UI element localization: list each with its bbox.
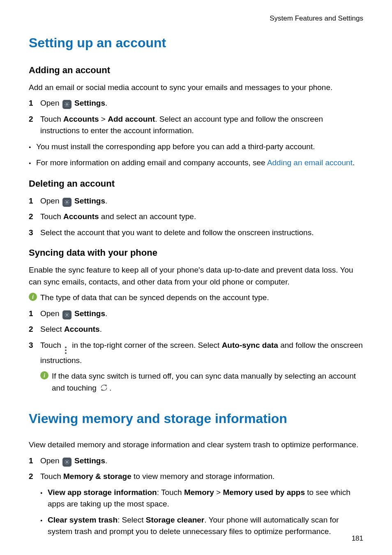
sync-icon bbox=[100, 384, 108, 392]
link-adding-email-account[interactable]: Adding an email account bbox=[267, 158, 353, 167]
text: . bbox=[105, 309, 107, 318]
step-number: 2 bbox=[29, 211, 40, 223]
deleting-account-steps: 1 Open Settings. 2 Touch Accounts and se… bbox=[29, 195, 363, 239]
memory-used-apps-label: Memory used by apps bbox=[223, 488, 305, 497]
svg-point-2 bbox=[66, 314, 68, 316]
subheading-syncing-data: Syncing data with your phone bbox=[29, 246, 363, 259]
settings-label: Settings bbox=[74, 309, 105, 318]
adding-account-notes: You must install the corresponding app b… bbox=[29, 141, 363, 169]
list-item: Clear system trash: Select Storage clean… bbox=[48, 514, 363, 538]
text: Select bbox=[40, 325, 64, 333]
text: Touch bbox=[40, 472, 63, 481]
text: > bbox=[99, 115, 108, 123]
subheading-deleting-account: Deleting an account bbox=[29, 177, 363, 190]
step-content: Select Accounts. bbox=[40, 324, 363, 335]
step-number: 1 bbox=[29, 455, 40, 467]
step-number: 3 bbox=[29, 340, 40, 352]
step-number: 1 bbox=[29, 97, 40, 109]
bullet-icon bbox=[40, 514, 48, 527]
breadcrumb: System Features and Settings bbox=[29, 13, 363, 24]
bullet-icon bbox=[29, 157, 36, 169]
settings-icon bbox=[62, 310, 71, 319]
step-content: Open Settings. bbox=[40, 195, 363, 207]
auto-sync-label: Auto-sync data bbox=[222, 341, 278, 349]
text: Open bbox=[40, 456, 62, 465]
settings-icon bbox=[62, 198, 71, 207]
step-number: 3 bbox=[29, 227, 40, 239]
info-icon: i bbox=[40, 371, 48, 379]
view-app-storage-label: View app storage information bbox=[48, 488, 157, 497]
step-content: Touch Memory & storage to view memory an… bbox=[40, 471, 363, 542]
step-content: Open Settings. bbox=[40, 455, 363, 467]
text: . bbox=[105, 99, 107, 107]
text: . bbox=[109, 384, 111, 392]
step-content: Touch Accounts and select an account typ… bbox=[40, 211, 363, 223]
step-content: Touch in the top-right corner of the scr… bbox=[40, 340, 363, 398]
info-icon: i bbox=[29, 293, 37, 301]
step-content: Open Settings. bbox=[40, 97, 363, 109]
settings-icon bbox=[62, 100, 71, 109]
svg-point-0 bbox=[66, 104, 68, 105]
text: . bbox=[105, 456, 107, 465]
svg-point-1 bbox=[66, 201, 68, 203]
adding-account-steps: 1 Open Settings. 2 Touch Accounts > Add … bbox=[29, 97, 363, 137]
page-number: 181 bbox=[352, 533, 363, 544]
section-title-viewing-memory: Viewing memory and storage information bbox=[29, 409, 363, 428]
adding-account-intro: Add an email or social media account to … bbox=[29, 82, 363, 94]
memory-intro: View detailed memory and storage informa… bbox=[29, 439, 363, 451]
accounts-label: Accounts bbox=[64, 325, 100, 333]
list-item: You must install the corresponding app b… bbox=[36, 141, 363, 153]
text: Touch bbox=[40, 212, 63, 221]
step-content: Select the account that you want to dele… bbox=[40, 227, 363, 239]
accounts-label: Accounts bbox=[63, 115, 99, 123]
text: If the data sync switch is turned off, y… bbox=[52, 372, 356, 392]
section-title-setting-up-account: Setting up an account bbox=[29, 33, 363, 53]
text: Touch bbox=[40, 115, 63, 123]
text: For more information on adding email and… bbox=[36, 158, 267, 167]
step-number: 2 bbox=[29, 113, 40, 125]
text: . bbox=[353, 158, 355, 167]
accounts-label: Accounts bbox=[63, 212, 99, 221]
info-note: i If the data sync switch is turned off,… bbox=[40, 370, 363, 394]
memory-label: Memory bbox=[184, 488, 214, 497]
step-number: 2 bbox=[29, 471, 40, 483]
text: . bbox=[100, 325, 102, 333]
text: : Select bbox=[118, 516, 146, 524]
settings-label: Settings bbox=[74, 99, 105, 107]
syncing-intro: Enable the sync feature to keep all of y… bbox=[29, 264, 363, 288]
subheading-adding-account: Adding an account bbox=[29, 63, 363, 77]
text: . bbox=[105, 197, 107, 205]
text: in the top-right corner of the screen. S… bbox=[70, 341, 222, 349]
more-menu-icon bbox=[65, 347, 67, 355]
bullet-icon bbox=[29, 141, 36, 153]
memory-steps: 1 Open Settings. 2 Touch Memory & storag… bbox=[29, 455, 363, 542]
text: > bbox=[214, 488, 223, 497]
text: and select an account type. bbox=[99, 212, 196, 221]
step-number: 2 bbox=[29, 324, 40, 335]
step-number: 1 bbox=[29, 195, 40, 207]
storage-cleaner-label: Storage cleaner bbox=[146, 516, 205, 524]
step-content: Open Settings. bbox=[40, 308, 363, 320]
text: Open bbox=[40, 99, 62, 107]
list-item: View app storage information: Touch Memo… bbox=[48, 487, 363, 510]
list-item: For more information on adding email and… bbox=[36, 157, 363, 169]
text: : Touch bbox=[157, 488, 184, 497]
step-content: Touch Accounts > Add account. Select an … bbox=[40, 113, 363, 137]
step-number: 1 bbox=[29, 308, 40, 320]
clear-system-trash-label: Clear system trash bbox=[48, 516, 118, 524]
syncing-steps: 1 Open Settings. 2 Select Accounts. 3 To… bbox=[29, 308, 363, 398]
add-account-label: Add account bbox=[108, 115, 155, 123]
memory-substeps: View app storage information: Touch Memo… bbox=[40, 487, 363, 538]
settings-label: Settings bbox=[74, 456, 105, 465]
text: Open bbox=[40, 309, 62, 318]
memory-storage-label: Memory & storage bbox=[63, 472, 131, 481]
info-text: The type of data that can be synced depe… bbox=[40, 292, 363, 304]
svg-point-3 bbox=[66, 461, 68, 463]
bullet-icon bbox=[40, 487, 48, 499]
text: Touch bbox=[40, 341, 63, 349]
settings-label: Settings bbox=[74, 197, 105, 205]
text: to view memory and storage information. bbox=[131, 472, 275, 481]
settings-icon bbox=[62, 458, 71, 467]
info-text: If the data sync switch is turned off, y… bbox=[52, 370, 363, 394]
text: Open bbox=[40, 197, 62, 205]
